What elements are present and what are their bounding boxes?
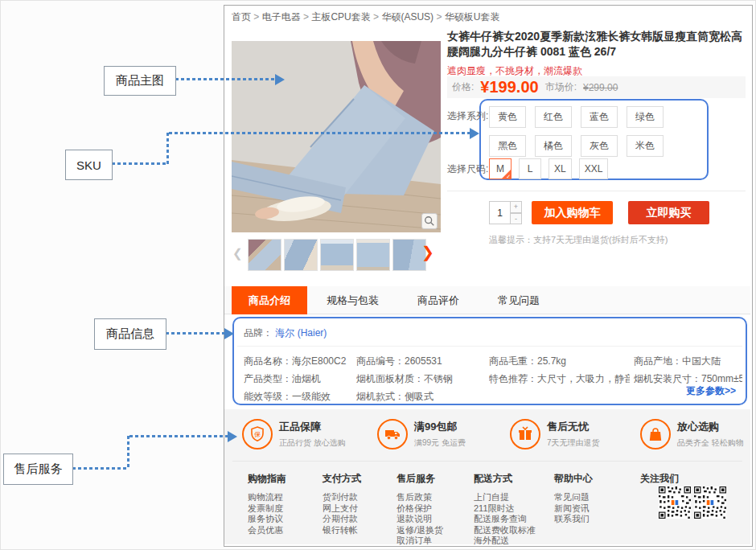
product-info-box: 品牌： 海尔 (Haier) 商品名称：海尔E800C2产品类型：油烟机能效等级… [232,317,747,405]
footer-link[interactable]: 货到付款 [323,492,361,503]
tab-item[interactable]: 商品评价 [398,286,479,314]
arrowhead-product-info [224,328,234,339]
arrow-sku-seg2 [166,133,169,165]
arrow-sku-seg3 [169,132,470,134]
tab-item[interactable]: 规格与包装 [307,286,398,314]
spec-line: 能效等级：一级能效 [244,388,355,405]
size-option[interactable]: XXL [579,158,609,179]
series-option[interactable]: 红色 [535,106,572,128]
arrow-after-sales-seg2 [127,436,129,470]
footer-link[interactable]: 价格保护 [396,503,443,515]
footer-link[interactable]: 上门自提 [474,492,536,503]
chevron-right-icon[interactable]: ❯ [421,243,434,261]
product-title: 女裤牛仔裤女2020夏季新款泫雅长裤女韩版显瘦直筒宽松高腰阔腿九分牛仔裤 008… [447,29,748,60]
brand-link[interactable]: 海尔 (Haier) [275,327,327,339]
size-option[interactable]: XL [549,158,572,179]
shield-badge-icon: 保 [242,419,273,449]
series-option[interactable]: 黄色 [489,106,526,128]
tab-item[interactable]: 商品介绍 [232,286,307,314]
magnifier-icon[interactable] [421,213,438,229]
divider [232,461,742,462]
product-page-panel: 首页电子电器主板CPU套装华硕(ASUS)华硕板U套装 [224,5,753,547]
footer-link[interactable]: 售后政策 [396,492,443,503]
footer-column-payment: 支付方式 货到付款网上支付分期付款银行转帐 [323,472,361,536]
series-option[interactable]: 橘色 [535,135,572,157]
service-subtitle: 满99元 免运费 [414,437,466,449]
footer-column-title: 支付方式 [323,472,361,486]
price-strip: 价格: ¥199.00 市场价: ¥299.00 [447,76,746,98]
product-main-image[interactable] [232,41,441,232]
series-option[interactable]: 米色 [627,135,664,157]
thumbnail[interactable] [356,239,390,271]
arrow-main-image [175,78,275,80]
footer-link[interactable]: 新闻资讯 [554,503,593,515]
size-label: 选择尺码: [447,162,488,176]
footer-link[interactable]: 常见问题 [554,492,593,503]
footer-column-title: 购物指南 [248,472,286,486]
thumbnail[interactable] [320,239,354,271]
footer-link[interactable]: 配送服务查询 [474,514,536,525]
quantity-decrease-button[interactable]: - [511,213,522,225]
add-to-cart-button[interactable]: 加入购物车 [532,201,613,224]
footer-link[interactable]: 网上支付 [323,503,361,515]
thumbnail[interactable] [248,239,281,271]
footer-link[interactable]: 返修/退换货 [396,525,443,536]
footer-link[interactable]: 发票制度 [248,503,286,515]
footer-link[interactable]: 服务协议 [248,514,286,525]
spec-line: 特色推荐：大尺寸，大吸力，静音… [489,370,630,388]
divider [447,191,746,191]
svg-text:保: 保 [254,431,261,438]
spec-line: 烟机款式：侧吸式 [356,388,485,405]
return-policy-tip: 温馨提示：支持7天无理由退货(拆封后不支持) [489,234,668,246]
quantity-input[interactable] [489,201,511,224]
breadcrumb-item[interactable]: 主板CPU套装 [311,11,381,23]
quantity-increase-button[interactable]: + [511,201,522,213]
price-value: ¥199.00 [480,78,538,96]
spec-line: 烟机面板材质：不锈钢 [356,370,485,388]
market-price-label: 市场价: [545,80,577,94]
screenshot-stage: 商品主图 SKU 商品信息 售后服务 首页电子电器主板CPU套装华硕(ASUS)… [0,0,756,550]
breadcrumb-item[interactable]: 首页 [232,11,262,23]
breadcrumb-item[interactable]: 华硕板U套装 [445,11,500,23]
spec-column: 商品产地：中国大陆烟机安装尺寸：750mm±50mm（烟… [634,352,742,388]
footer-link[interactable]: 配送费收取标准 [474,525,536,536]
spec-line: 商品产地：中国大陆 [634,352,742,370]
breadcrumb: 首页电子电器主板CPU套装华硕(ASUS)华硕板U套装 [232,10,499,24]
service-subtitle: 7天无理由退货 [547,437,600,449]
brand-row: 品牌： 海尔 (Haier) [244,326,327,340]
footer-link[interactable]: 211限时达 [474,503,536,515]
service-item: 放心选购 品类齐全 轻松购物 [640,419,744,449]
footer-column-title: 售后服务 [396,472,443,486]
footer-link[interactable]: 银行转帐 [323,525,361,536]
footer-link[interactable]: 会员优惠 [248,525,286,536]
brand-label: 品牌： [244,327,273,339]
chevron-left-icon[interactable]: ❮ [232,246,243,261]
size-option[interactable]: L [519,158,541,179]
footer-link[interactable]: 海外配送 [474,536,536,547]
series-option[interactable]: 蓝色 [581,106,618,128]
footer-link[interactable]: 分期付款 [323,514,361,525]
thumbnail-strip [248,239,426,271]
footer-link[interactable]: 取消订单 [396,536,443,547]
buy-now-button[interactable]: 立即购买 [628,201,709,224]
service-title: 满99包邮 [414,420,466,434]
series-option[interactable]: 黑色 [489,135,526,157]
footer-link[interactable]: 联系我们 [554,514,593,525]
footer-link[interactable]: 购物流程 [248,492,286,503]
footer-column-shopping-guide: 购物指南 购物流程发票制度服务协议会员优惠 [248,472,286,536]
thumbnail[interactable] [284,239,318,271]
annotation-label-product-info: 商品信息 [94,318,166,350]
breadcrumb-item[interactable]: 华硕(ASUS) [381,11,444,23]
market-price-value: ¥299.00 [583,82,618,93]
annotation-label-main-image: 商品主图 [104,66,176,96]
size-option[interactable]: M [489,158,512,179]
more-params-link[interactable]: 更多参数>> [686,384,736,398]
series-option[interactable]: 灰色 [581,135,618,157]
divider [237,346,742,347]
spec-line: 商品毛重：25.7kg [489,352,630,370]
breadcrumb-item[interactable]: 电子电器 [262,11,312,23]
series-option[interactable]: 绿色 [627,106,664,128]
tab-item[interactable]: 常见问题 [479,286,559,314]
price-label: 价格: [452,80,474,94]
footer-link[interactable]: 退款说明 [396,514,443,525]
